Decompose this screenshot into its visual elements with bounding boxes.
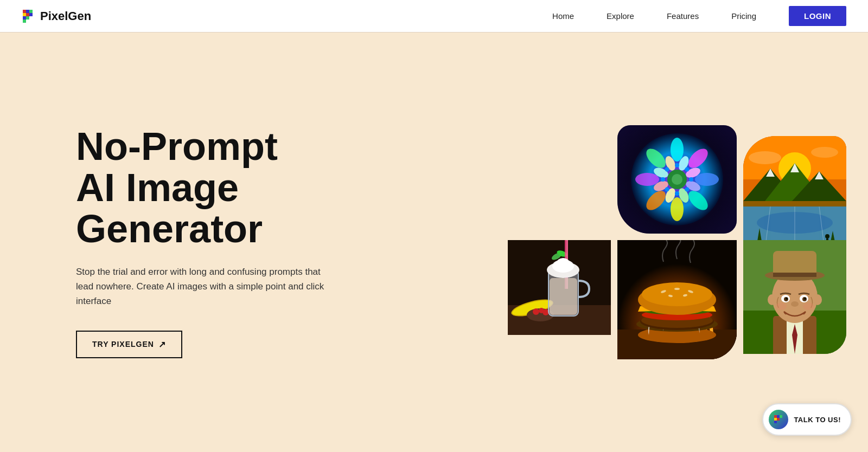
nav-explore[interactable]: Explore: [607, 11, 634, 21]
svg-rect-117: [774, 418, 777, 421]
arrow-icon: ↗: [158, 339, 166, 350]
svg-rect-5: [29, 13, 33, 16]
svg-point-14: [671, 197, 684, 221]
hero-section: No-Prompt AI Image Generator Stop the tr…: [0, 33, 868, 452]
login-button[interactable]: LOGIN: [789, 6, 846, 26]
svg-rect-115: [777, 415, 780, 418]
svg-point-40: [811, 147, 838, 158]
svg-point-55: [825, 234, 829, 238]
try-btn-label: TRY PIXELGEN: [92, 340, 154, 348]
logo-icon: [22, 9, 37, 24]
svg-rect-0: [23, 10, 26, 13]
nav-pricing[interactable]: Pricing: [731, 11, 756, 21]
svg-point-39: [749, 151, 781, 164]
svg-rect-6: [23, 16, 26, 20]
hero-title-line1: No-Prompt: [76, 125, 278, 168]
nav-home[interactable]: Home: [552, 11, 574, 21]
svg-point-28: [675, 163, 679, 167]
svg-rect-4: [26, 13, 29, 16]
svg-point-30: [689, 177, 693, 182]
svg-point-10: [671, 138, 684, 162]
svg-rect-1: [26, 10, 29, 13]
hero-title: No-Prompt AI Image Generator: [76, 126, 380, 249]
svg-point-62: [533, 308, 539, 315]
burger-artwork: [617, 240, 737, 359]
milkshake-artwork: [508, 240, 611, 335]
chat-widget[interactable]: TALK TO US!: [762, 403, 852, 436]
try-pixelgen-button[interactable]: TRY PIXELGEN ↗: [76, 331, 182, 358]
image-burger: [617, 240, 737, 359]
chat-label: TALK TO US!: [794, 416, 841, 424]
oldman-artwork: [743, 240, 846, 354]
svg-point-32: [675, 191, 679, 196]
svg-rect-2: [29, 10, 33, 13]
svg-point-113: [813, 294, 822, 305]
navbar: PixelGen Home Explore Features Pricing L…: [0, 0, 868, 33]
svg-rect-118: [777, 418, 780, 421]
svg-rect-3: [23, 13, 26, 16]
svg-point-107: [786, 298, 788, 300]
hero-title-line2: AI Image Generator: [76, 166, 263, 250]
svg-point-108: [804, 298, 806, 300]
svg-rect-119: [774, 421, 777, 423]
svg-point-16: [635, 173, 659, 186]
svg-point-89: [674, 288, 680, 290]
image-milkshake: [508, 240, 611, 335]
chat-icon: [769, 410, 788, 429]
svg-point-74: [557, 258, 570, 268]
hero-content: No-Prompt AI Image Generator Stop the tr…: [76, 126, 380, 358]
svg-rect-8: [23, 20, 26, 23]
mandala-artwork: [617, 125, 737, 234]
image-mandala: [617, 125, 737, 234]
logo[interactable]: PixelGen: [22, 9, 91, 24]
svg-point-12: [695, 173, 719, 186]
svg-point-111: [803, 302, 814, 310]
svg-point-34: [661, 177, 665, 182]
svg-point-109: [791, 301, 799, 307]
navbar-nav: Home Explore Features Pricing LOGIN: [552, 6, 846, 26]
svg-point-27: [672, 174, 682, 185]
svg-point-87: [642, 282, 712, 306]
nav-features[interactable]: Features: [667, 11, 699, 21]
svg-rect-102: [773, 273, 816, 277]
hero-subtitle: Stop the trial and error with long and c…: [76, 264, 336, 309]
svg-point-112: [768, 294, 776, 305]
image-oldman: [743, 240, 846, 354]
hero-image-grid: [497, 114, 868, 370]
svg-rect-71: [550, 278, 577, 315]
svg-point-110: [776, 302, 787, 310]
svg-rect-7: [26, 16, 29, 20]
svg-rect-114: [774, 415, 777, 418]
svg-rect-116: [780, 415, 782, 418]
logo-text: PixelGen: [40, 9, 91, 23]
